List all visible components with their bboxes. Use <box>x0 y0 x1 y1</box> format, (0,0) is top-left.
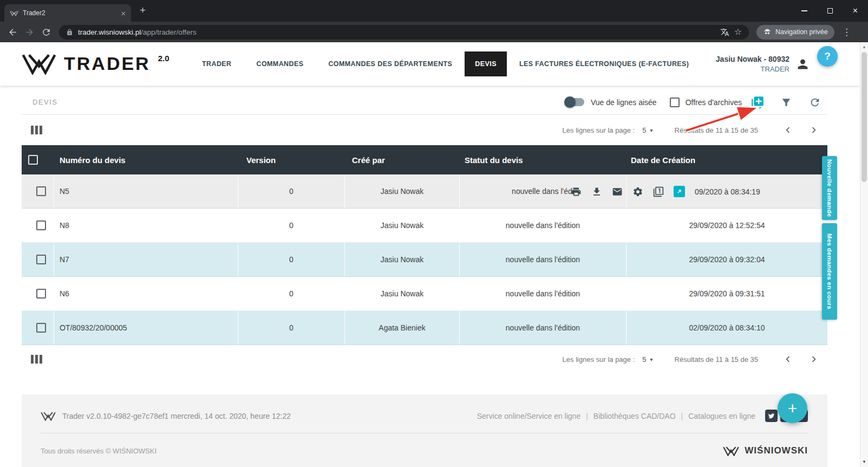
table-row[interactable]: N6 0 Jasiu Nowak nouvelle dans l'édition… <box>22 277 827 311</box>
add-offer-icon[interactable] <box>750 95 765 109</box>
cell-cree-par: Jasiu Nowak <box>345 174 460 208</box>
row-checkbox[interactable] <box>36 255 46 264</box>
browser-menu-icon[interactable]: ⋮ <box>841 27 853 38</box>
archives-checkbox[interactable] <box>670 98 680 107</box>
twitter-icon[interactable] <box>765 410 778 422</box>
refresh-icon[interactable] <box>809 96 821 108</box>
user-text: Jasiu Nowak - 80932 TRADER <box>716 55 789 73</box>
columns-icon[interactable] <box>31 126 42 134</box>
incognito-icon <box>763 28 772 36</box>
row-checkbox[interactable] <box>36 186 46 196</box>
cell-statut: nouvelle dans l'édition <box>460 243 626 276</box>
table-row[interactable]: N5 0 Jasiu Nowak nouvelle dans l'édi 09/… <box>22 174 827 209</box>
next-page-button[interactable] <box>807 352 821 366</box>
footer-link-service[interactable]: Service online/Service en ligne <box>477 412 580 420</box>
window-minimize-button[interactable] <box>792 0 817 22</box>
new-tab-button[interactable]: + <box>140 5 146 15</box>
row-checkbox[interactable] <box>36 220 46 230</box>
user-menu[interactable]: Jasiu Nowak - 80932 TRADER <box>716 42 810 86</box>
side-tab-mes-demandes[interactable]: Mes demandes en cours <box>822 223 837 320</box>
prev-page-button[interactable] <box>781 352 795 366</box>
footer-brand-name: WIŚNIOWSKI <box>745 445 808 456</box>
cell-numero: N7 <box>54 243 238 276</box>
toolbar-actions: Vue de lignes aisée Offres d'archives <box>565 95 821 109</box>
brand-name: TRADER <box>64 52 151 75</box>
page-scrollbar[interactable]: ▲ ▼ <box>860 42 868 467</box>
nav-commandes[interactable]: COMMANDES <box>244 60 316 68</box>
row-checkbox[interactable] <box>36 289 46 299</box>
cell-date: 02/09/2020 à 08:34:10 <box>626 311 827 345</box>
cell-statut: nouvelle dans l'édition <box>460 311 626 345</box>
export-icon[interactable] <box>674 186 685 197</box>
footer-brand-logo: WIŚNIOWSKI <box>723 445 808 456</box>
nav-efactures[interactable]: LES FACTURES ÉLECTRONIQUES (E-FACTURES) <box>507 60 702 68</box>
pagination-top: Les lignes sur la page : 5▾ Résultats de… <box>563 123 821 137</box>
footer-brand-w-icon <box>723 446 739 456</box>
window-maximize-button[interactable] <box>817 0 843 22</box>
header-statut[interactable]: Statut du devis <box>460 155 626 165</box>
table-row[interactable]: N8 0 Jasiu Nowak nouvelle dans l'édition… <box>22 209 827 243</box>
nav-commandes-departements[interactable]: COMMANDES DES DÉPARTEMENTS <box>316 60 465 68</box>
header-cree-par[interactable]: Créé par <box>345 155 460 165</box>
cell-date: 29/09/2020 à 09:31:51 <box>626 277 827 310</box>
copy-one-icon[interactable] <box>653 186 664 197</box>
cell-version: 0 <box>238 243 345 276</box>
caret-down-icon: ▾ <box>650 127 653 133</box>
columns-icon[interactable] <box>31 355 42 364</box>
tab-close-icon[interactable]: × <box>121 9 126 17</box>
scroll-up-icon[interactable]: ▲ <box>860 44 868 49</box>
browser-reload-button[interactable] <box>38 24 55 40</box>
header-version[interactable]: Version <box>238 155 345 165</box>
nav-devis[interactable]: DEVIS <box>465 51 507 76</box>
cell-numero: N8 <box>54 209 238 242</box>
brand-logo[interactable]: TRADER 2.0 <box>22 52 169 75</box>
mail-icon[interactable] <box>612 186 623 197</box>
page-title: DEVIS <box>32 98 58 106</box>
per-page-select[interactable]: 5▾ <box>642 355 652 364</box>
side-tab-nouvelle-demande[interactable]: Nouvelle demande <box>822 156 837 220</box>
offers-table: Numéro du devis Version Créé par Statut … <box>22 145 827 345</box>
footer: Trader v2.0.10-4982-ge7c78ef1 mercredi, … <box>22 394 827 467</box>
table-row[interactable]: N7 0 Jasiu Nowak nouvelle dans l'édition… <box>22 243 827 277</box>
next-page-button[interactable] <box>807 123 821 137</box>
new-offer-fab-button[interactable]: + <box>778 393 807 423</box>
incognito-badge: Navigation privée <box>756 25 834 40</box>
address-bar[interactable]: trader.wisniowski.pl/app/trader/offers ☆ <box>59 25 749 40</box>
cell-version: 0 <box>238 277 345 310</box>
print-icon[interactable] <box>571 186 582 197</box>
download-icon[interactable] <box>591 186 602 197</box>
filter-icon[interactable] <box>781 97 792 108</box>
table-row[interactable]: OT/80932/20/00005 0 Agata Bieniek nouvel… <box>22 311 827 345</box>
header-date[interactable]: Date de Création <box>626 155 827 165</box>
cell-numero: N6 <box>54 277 238 310</box>
help-button[interactable]: ? <box>817 46 838 67</box>
user-role: TRADER <box>716 65 789 73</box>
footer-link-cad[interactable]: Bibliothèques CAD/DAO <box>593 412 676 420</box>
results-text: Résultats de 11 à 15 de 35 <box>675 126 758 134</box>
row-actions <box>571 174 685 209</box>
bookmark-star-icon[interactable]: ☆ <box>734 28 742 36</box>
select-all-checkbox[interactable] <box>28 155 38 165</box>
prev-page-button[interactable] <box>781 123 795 137</box>
nav-trader[interactable]: TRADER <box>190 60 244 68</box>
cell-version: 0 <box>238 174 345 208</box>
row-checkbox[interactable] <box>36 323 46 333</box>
browser-forward-button[interactable] <box>21 24 38 40</box>
window-close-button[interactable]: × <box>843 0 868 22</box>
settings-icon[interactable] <box>632 186 643 197</box>
cell-date: 29/09/2020 à 09:32:04 <box>626 243 827 276</box>
browser-tab[interactable]: Trader2 × <box>4 4 131 22</box>
cell-version: 0 <box>238 311 345 345</box>
avatar-icon[interactable] <box>795 57 810 72</box>
table-controls-bottom: Les lignes sur la page : 5▾ Résultats de… <box>22 347 827 371</box>
brand-w-icon <box>22 52 56 75</box>
scroll-down-icon[interactable]: ▼ <box>860 459 868 464</box>
browser-back-button[interactable] <box>4 24 21 40</box>
easy-rows-toggle[interactable] <box>565 98 584 106</box>
header-numero[interactable]: Numéro du devis <box>54 155 238 165</box>
pagination-bottom: Les lignes sur la page : 5▾ Résultats de… <box>563 352 821 366</box>
scrollbar-thumb[interactable] <box>862 52 867 182</box>
per-page-select[interactable]: 5▾ <box>642 126 652 134</box>
footer-link-catalogues[interactable]: Catalogues en ligne <box>688 412 755 420</box>
translate-icon[interactable] <box>720 28 729 37</box>
